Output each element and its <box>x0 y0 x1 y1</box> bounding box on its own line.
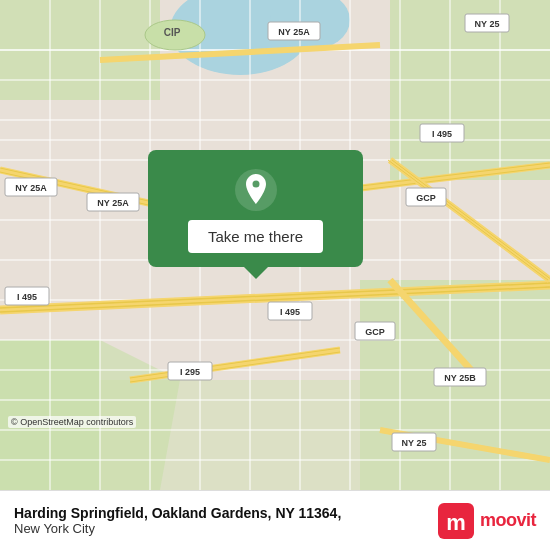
location-callout: Take me there <box>148 150 363 267</box>
location-subname: New York City <box>14 521 341 536</box>
moovit-logo: m moovit <box>438 503 536 539</box>
svg-text:NY 25A: NY 25A <box>15 183 47 193</box>
svg-text:GCP: GCP <box>416 193 436 203</box>
map-view: NY 25A NY 25A NY 25A NY 25 I 495 I 495 I… <box>0 0 550 490</box>
location-pin-icon <box>234 168 278 212</box>
svg-text:CIP: CIP <box>164 27 181 38</box>
svg-rect-6 <box>100 380 360 490</box>
bottom-bar: Harding Springfield, Oakland Gardens, NY… <box>0 490 550 550</box>
svg-text:NY 25A: NY 25A <box>278 27 310 37</box>
location-info: Harding Springfield, Oakland Gardens, NY… <box>14 505 341 536</box>
osm-attribution: © OpenStreetMap contributors <box>8 416 136 428</box>
svg-text:NY 25A: NY 25A <box>97 198 129 208</box>
svg-text:I 495: I 495 <box>432 129 452 139</box>
moovit-m-icon: m <box>438 503 474 539</box>
svg-text:I 495: I 495 <box>280 307 300 317</box>
svg-text:I 495: I 495 <box>17 292 37 302</box>
svg-text:GCP: GCP <box>365 327 385 337</box>
svg-text:I 295: I 295 <box>180 367 200 377</box>
location-name: Harding Springfield, Oakland Gardens, NY… <box>14 505 341 521</box>
svg-text:NY 25B: NY 25B <box>444 373 476 383</box>
take-me-there-button[interactable]: Take me there <box>188 220 323 253</box>
moovit-text: moovit <box>480 510 536 531</box>
svg-text:NY 25: NY 25 <box>402 438 427 448</box>
svg-text:m: m <box>446 510 466 535</box>
svg-text:NY 25: NY 25 <box>475 19 500 29</box>
